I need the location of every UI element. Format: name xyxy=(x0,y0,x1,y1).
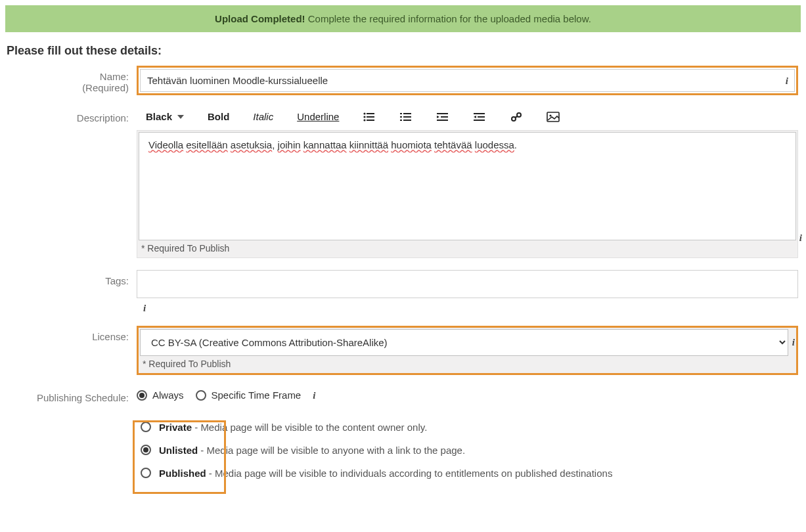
visibility-label: Published xyxy=(159,468,206,479)
radio-specific[interactable]: Specific Time Frame xyxy=(196,389,302,401)
svg-rect-9 xyxy=(403,116,411,118)
visibility-option-unlisted[interactable]: Unlisted - Media page will be visible to… xyxy=(141,445,798,456)
banner-strong: Upload Completed! xyxy=(215,13,305,24)
editor-toolbar: Black Bold Italic Underline xyxy=(137,107,798,130)
label-name-text: Name: xyxy=(100,71,129,82)
radio-always-label: Always xyxy=(152,389,184,401)
svg-marker-13 xyxy=(437,116,439,118)
row-description: Description: Black Bold Italic Underline xyxy=(5,107,801,258)
publishing-radio-group: Always Specific Time Frame i xyxy=(137,387,798,405)
numbered-list-icon[interactable] xyxy=(399,112,413,122)
name-highlight: i xyxy=(137,66,798,95)
label-name: Name: (Required) xyxy=(5,66,137,93)
editor-word: tehtävää xyxy=(434,139,472,150)
font-color-label: Black xyxy=(146,111,172,122)
image-icon[interactable] xyxy=(547,112,560,122)
visibility-option-private[interactable]: Private - Media page will be visible to … xyxy=(141,422,798,433)
chevron-down-icon xyxy=(177,115,184,119)
editor-word: esitellään xyxy=(186,139,227,150)
visibility-label: Unlisted xyxy=(159,445,198,456)
svg-marker-17 xyxy=(474,116,476,118)
svg-rect-8 xyxy=(400,116,402,118)
radio-icon[interactable] xyxy=(137,390,147,401)
svg-rect-1 xyxy=(367,113,374,114)
svg-rect-15 xyxy=(437,120,448,121)
radio-always[interactable]: Always xyxy=(137,389,184,401)
svg-rect-7 xyxy=(403,113,411,114)
info-icon[interactable]: i xyxy=(799,233,802,243)
svg-rect-10 xyxy=(400,120,402,121)
label-tags: Tags: xyxy=(5,270,137,286)
tags-input[interactable] xyxy=(137,270,798,298)
editor-word: Videolla xyxy=(148,139,183,150)
radio-icon[interactable] xyxy=(141,468,151,478)
row-license: License: CC BY-SA (Creative Commons Attr… xyxy=(5,326,801,375)
radio-specific-label: Specific Time Frame xyxy=(212,389,302,401)
required-note-description: * Required To Publish xyxy=(139,240,796,256)
svg-rect-5 xyxy=(367,120,374,121)
editor-word: kannattaa xyxy=(303,139,347,150)
banner-text: Complete the required information for th… xyxy=(305,13,591,24)
row-tags: Tags: i xyxy=(5,270,801,314)
editor-word: luodessa xyxy=(475,139,514,150)
label-publishing: Publishing Schedule: xyxy=(5,387,137,403)
label-name-required: (Required) xyxy=(82,82,129,93)
editor-word: huomiota xyxy=(391,139,432,150)
info-icon[interactable]: i xyxy=(313,390,315,401)
svg-point-0 xyxy=(364,112,366,114)
info-icon[interactable]: i xyxy=(786,75,788,86)
svg-rect-19 xyxy=(474,120,485,121)
radio-icon[interactable] xyxy=(141,445,151,455)
link-icon[interactable] xyxy=(510,112,523,122)
svg-rect-3 xyxy=(367,116,374,118)
bullet-list-icon[interactable] xyxy=(363,112,376,122)
visibility-label: Private xyxy=(159,422,192,433)
license-select[interactable]: CC BY-SA (Creative Commons Attribution-S… xyxy=(140,329,788,356)
svg-rect-11 xyxy=(403,120,411,121)
svg-rect-18 xyxy=(478,116,485,118)
visibility-text: Published - Media page will be visible t… xyxy=(159,468,612,479)
visibility-option-published[interactable]: Published - Media page will be visible t… xyxy=(141,468,798,479)
info-icon[interactable]: i xyxy=(143,303,146,313)
label-description: Description: xyxy=(5,107,137,123)
svg-rect-16 xyxy=(474,113,485,114)
license-highlight: CC BY-SA (Creative Commons Attribution-S… xyxy=(137,326,798,375)
info-icon[interactable]: i xyxy=(792,337,795,348)
svg-point-24 xyxy=(550,114,552,116)
bold-button[interactable]: Bold xyxy=(208,111,229,122)
font-color-dropdown[interactable]: Black xyxy=(146,111,184,122)
radio-icon[interactable] xyxy=(196,390,206,401)
description-editor[interactable]: Videolla esitellään asetuksia, joihin ka… xyxy=(139,132,796,240)
editor-word: joihin xyxy=(278,139,301,150)
label-license: License: xyxy=(5,326,137,342)
upload-banner: Upload Completed! Complete the required … xyxy=(5,5,801,32)
svg-point-2 xyxy=(364,116,366,118)
visibility-text: Private - Media page will be visible to … xyxy=(159,422,427,433)
svg-rect-14 xyxy=(441,116,448,118)
required-note-license: * Required To Publish xyxy=(140,356,795,372)
visibility-group: Private - Media page will be visible to … xyxy=(137,422,798,479)
outdent-icon[interactable] xyxy=(436,112,449,122)
radio-icon[interactable] xyxy=(141,422,151,432)
indent-icon[interactable] xyxy=(473,112,486,122)
underline-button[interactable]: Underline xyxy=(297,111,339,122)
editor-word: asetuksia xyxy=(231,139,272,150)
svg-rect-12 xyxy=(437,113,448,114)
row-publishing: Publishing Schedule: Always Specific Tim… xyxy=(5,387,801,491)
description-highlight: Videolla esitellään asetuksia, joihin ka… xyxy=(137,130,798,258)
italic-button[interactable]: Italic xyxy=(253,111,273,122)
section-heading: Please fill out these details: xyxy=(7,44,801,58)
visibility-text: Unlisted - Media page will be visible to… xyxy=(159,445,465,456)
name-input[interactable] xyxy=(140,69,795,92)
row-name: Name: (Required) i xyxy=(5,66,801,95)
svg-line-22 xyxy=(515,116,518,118)
svg-rect-6 xyxy=(400,113,402,114)
editor-word: kiinnittää xyxy=(349,139,388,150)
svg-point-4 xyxy=(364,119,366,121)
